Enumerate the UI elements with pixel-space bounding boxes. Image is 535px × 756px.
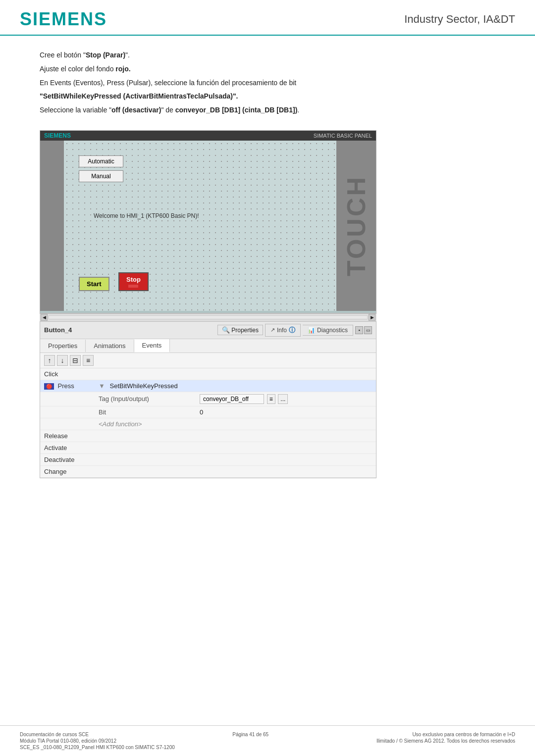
event-row-click: Click bbox=[40, 368, 376, 380]
event-row-release: Release bbox=[40, 430, 376, 442]
expand-arrow-icon[interactable]: ▼ bbox=[99, 382, 105, 390]
tab-properties[interactable]: Properties bbox=[40, 340, 86, 352]
diagnostics-label: Diagnostics bbox=[317, 327, 348, 334]
page-header: SIEMENS Industry Sector, IA&DT bbox=[0, 0, 535, 36]
event-extra-deactivate bbox=[196, 454, 362, 465]
event-row-press[interactable]: 🔴 Press ▼ SetBitWhileKeyPressed bbox=[40, 380, 376, 392]
event-row-add-function[interactable]: <Add function> bbox=[40, 418, 376, 430]
intro-line5: Seleccione la variable "off (desactivar)… bbox=[40, 104, 495, 116]
toolbar-down-btn[interactable]: ↓ bbox=[57, 355, 68, 366]
event-subcol-tag-label: Tag (Input/output) bbox=[95, 392, 196, 406]
panel-btn-stop[interactable]: Stop bbox=[118, 272, 149, 291]
event-content-deactivate bbox=[95, 454, 196, 465]
scroll-left-arrow[interactable]: ◀ bbox=[41, 314, 48, 321]
intro-bold2: rojo. bbox=[115, 65, 130, 73]
panel-btn-start[interactable]: Start bbox=[79, 277, 109, 291]
event-row-tag: Tag (Input/output) ≡ ... bbox=[40, 392, 376, 406]
event-content-click bbox=[95, 368, 196, 380]
panel-screenshot-container: SIEMENS SIMATIC BASIC PANEL Automatic Ma… bbox=[40, 121, 495, 478]
footer-col2-row1: Página 41 de 65 bbox=[232, 732, 268, 737]
properties-button[interactable]: 🔍 Properties bbox=[217, 325, 263, 335]
event-label-activate: Activate bbox=[40, 442, 95, 454]
tag-dots-btn[interactable]: ... bbox=[278, 394, 288, 404]
event-label-click: Click bbox=[40, 368, 95, 380]
footer-row2: Módulo TIA Portal 010-080, edición 09/20… bbox=[20, 738, 515, 744]
event-action-press bbox=[362, 380, 376, 392]
info-circle-icon: ⓘ bbox=[289, 326, 295, 335]
scroll-right-arrow[interactable]: ▶ bbox=[369, 314, 375, 321]
event-label-bit bbox=[40, 406, 95, 418]
toolbar-save-btn[interactable]: ⊟ bbox=[70, 355, 81, 366]
tab-animations[interactable]: Animations bbox=[86, 340, 134, 352]
horizontal-scrollbar[interactable]: ◀ ▶ bbox=[40, 313, 376, 321]
inspector-element-name: Button_4 bbox=[44, 326, 72, 334]
intro-line3: En Events (Eventos), Press (Pulsar), sel… bbox=[40, 77, 495, 89]
tag-input-field[interactable] bbox=[200, 394, 264, 404]
footer-row3: SCE_ES _010-080_R1209_Panel HMI KTP600 c… bbox=[20, 745, 515, 750]
event-label-change: Change bbox=[40, 465, 95, 477]
page-footer: Documentación de cursos SCE Página 41 de… bbox=[0, 725, 535, 756]
panel-body: Automatic Manual Welcome to HMI_1 (KTP60… bbox=[40, 141, 376, 311]
properties-icon: 🔍 bbox=[222, 326, 230, 334]
main-content: Cree el botón "Stop (Parar)". Ajuste el … bbox=[0, 36, 535, 478]
event-action-click bbox=[362, 368, 376, 380]
scroll-track[interactable] bbox=[49, 315, 368, 319]
panel-header-bar: SIEMENS SIMATIC BASIC PANEL bbox=[40, 131, 376, 141]
toolbar-list-btn[interactable]: ≡ bbox=[83, 355, 94, 366]
inspector-right-controls: 🔍 Properties ↗ Info ⓘ 📊 Diagnostics bbox=[217, 324, 372, 337]
intro-line2: Ajuste el color del fondo rojo. bbox=[40, 63, 495, 75]
diagnostics-tab[interactable]: 📊 Diagnostics bbox=[303, 325, 353, 336]
event-action-release bbox=[362, 430, 376, 442]
event-add-extra bbox=[362, 418, 376, 430]
inspector-toolbar: ↑ ↓ ⊟ ≡ bbox=[40, 353, 376, 368]
tag-browse-btn[interactable]: ≡ bbox=[267, 394, 275, 404]
event-content-release bbox=[95, 430, 196, 442]
inspector-tabs-row: Properties Animations Events bbox=[40, 339, 376, 353]
panel-touch-bar: TOUCH bbox=[336, 141, 376, 311]
intro-bold5a: off (desactivar) bbox=[111, 106, 161, 114]
event-extra-release bbox=[196, 430, 362, 442]
toolbar-up-btn[interactable]: ↑ bbox=[44, 355, 55, 366]
event-bit-extra bbox=[362, 406, 376, 418]
inspector-title-bar: Button_4 🔍 Properties ↗ Info ⓘ bbox=[40, 322, 376, 339]
window-buttons: ▪ ▭ bbox=[355, 326, 372, 334]
page-title: Industry Sector, IA&DT bbox=[404, 13, 515, 26]
event-action-deactivate bbox=[362, 454, 376, 465]
inspector-panel: Button_4 🔍 Properties ↗ Info ⓘ bbox=[40, 321, 376, 478]
event-row-bit: Bit 0 bbox=[40, 406, 376, 418]
diag-icon: 📊 bbox=[308, 327, 315, 334]
window-btn-1[interactable]: ▪ bbox=[355, 326, 363, 334]
panel-btn-manual[interactable]: Manual bbox=[79, 170, 123, 182]
event-row-deactivate: Deactivate bbox=[40, 454, 376, 465]
btn-stop-decoration bbox=[128, 285, 138, 288]
event-extra-change bbox=[196, 465, 362, 477]
tab-events[interactable]: Events bbox=[134, 339, 170, 353]
event-bit-label: Bit bbox=[95, 406, 196, 418]
panel-siemens-label: SIEMENS bbox=[44, 132, 71, 139]
event-add-function-label[interactable]: <Add function> bbox=[95, 418, 362, 430]
panel-touch-label: TOUCH bbox=[341, 175, 371, 276]
event-action-activate bbox=[362, 442, 376, 454]
panel-area: SIEMENS SIMATIC BASIC PANEL Automatic Ma… bbox=[40, 130, 376, 313]
intro-bold4: "SetBitWhileKeyPressed (ActivarBitMientr… bbox=[40, 92, 238, 100]
window-btn-2[interactable]: ▭ bbox=[364, 326, 372, 334]
event-row-change: Change bbox=[40, 465, 376, 477]
siemens-logo: SIEMENS bbox=[20, 9, 107, 30]
panel-sidebar bbox=[40, 141, 64, 311]
footer-row1: Documentación de cursos SCE Página 41 de… bbox=[20, 732, 515, 737]
panel-btn-automatic[interactable]: Automatic bbox=[79, 155, 123, 167]
info-arrow-icon: ↗ bbox=[270, 327, 275, 333]
event-tag-extra bbox=[362, 392, 376, 406]
info-tab[interactable]: ↗ Info ⓘ bbox=[265, 324, 301, 337]
footer-col1-row1: Documentación de cursos SCE bbox=[20, 732, 89, 737]
properties-label: Properties bbox=[231, 327, 259, 334]
panel-type-label: SIMATIC BASIC PANEL bbox=[314, 133, 372, 139]
intro-line1: Cree el botón "Stop (Parar)". bbox=[40, 50, 495, 61]
event-action-change bbox=[362, 465, 376, 477]
panel-welcome-text: Welcome to HMI_1 (KTP600 Basic PN)! bbox=[94, 212, 199, 219]
footer-col1-row3: SCE_ES _010-080_R1209_Panel HMI KTP600 c… bbox=[20, 745, 175, 750]
event-label-press: 🔴 Press bbox=[40, 380, 95, 392]
footer-col1-row2: Módulo TIA Portal 010-080, edición 09/20… bbox=[20, 738, 116, 744]
event-label-add bbox=[40, 418, 95, 430]
footer-col3-row2: Ilimitado / © Siemens AG 2012. Todos los… bbox=[376, 738, 515, 744]
